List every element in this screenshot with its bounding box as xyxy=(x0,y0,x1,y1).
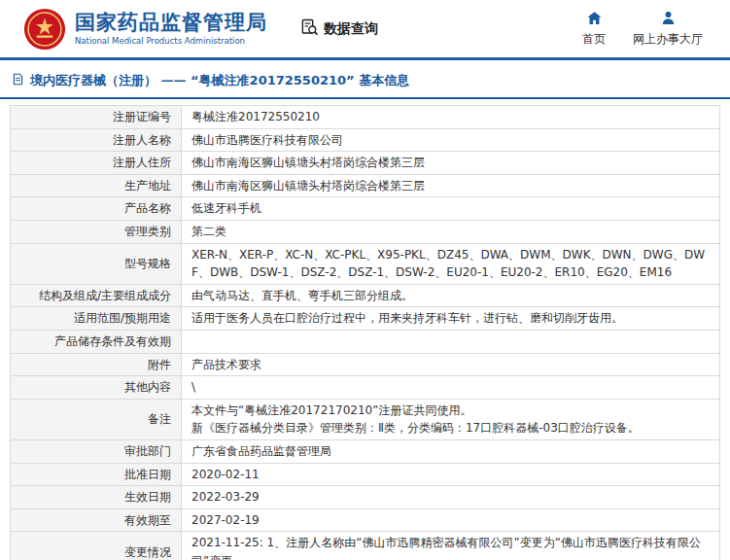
table-row: 注册人住所佛山市南海区狮山镇塘头村塔岗综合楼第三层 xyxy=(11,152,720,175)
home-link[interactable]: 首页 xyxy=(582,10,606,48)
table-row: 生效日期2022-03-29 xyxy=(11,486,720,509)
row-value: 佛山市迅腾医疗科技有限公司 xyxy=(182,128,720,152)
row-value: 本文件与“粤械注准20172170210”注册证共同使用。 新《医疗器械分类目录… xyxy=(182,399,720,439)
row-value: 由气动马达、直手机、弯手机三部分组成。 xyxy=(182,284,720,307)
home-icon xyxy=(586,10,603,29)
row-label: 生效日期 xyxy=(11,486,182,509)
home-label: 首页 xyxy=(582,31,606,48)
row-label: 产品储存条件及有效期 xyxy=(11,330,182,353)
row-value: 2020-02-11 xyxy=(182,463,720,486)
row-value: 粤械注准20172550210 xyxy=(182,106,720,129)
row-value: 2027-02-19 xyxy=(182,508,720,532)
row-label: 注册人住所 xyxy=(11,152,182,175)
nav-data-query[interactable]: 数据查询 xyxy=(300,18,378,40)
national-emblem-logo xyxy=(23,8,66,51)
nav-data-query-label: 数据查询 xyxy=(324,20,378,38)
row-label: 有效期至 xyxy=(11,508,182,532)
row-label: 变更情况 xyxy=(11,532,182,560)
row-label: 型号规格 xyxy=(11,243,182,284)
row-label: 注册证编号 xyxy=(11,106,182,129)
row-value: 佛山市南海区狮山镇塘头村塔岗综合楼第三层 xyxy=(182,152,720,175)
row-value: 2021-11-25: 1、注册人名称由“佛山市迅腾精密器械有限公司”变更为“佛… xyxy=(182,532,720,560)
table-row: 审批部门广东省食品药品监督管理局 xyxy=(11,439,720,463)
online-hall-label: 网上办事大厅 xyxy=(633,31,703,48)
row-value: \ xyxy=(182,376,720,400)
row-value: XER-N、XER-P、XC-N、XC-PKL、X95-PKL、DZ45、DWA… xyxy=(182,243,720,284)
table-row: 型号规格XER-N、XER-P、XC-N、XC-PKL、X95-PKL、DZ45… xyxy=(11,243,720,284)
table-row: 批准日期2020-02-11 xyxy=(11,463,720,486)
row-value xyxy=(182,330,720,353)
row-value: 适用于医务人员在口腔治疗过程中，用来夹持牙科车针，进行钻、磨和切削牙齿用。 xyxy=(182,307,720,331)
online-hall-link[interactable]: 网上办事大厅 xyxy=(633,10,703,48)
row-label: 备注 xyxy=(11,399,182,439)
table-row: 适用范围/预期用途适用于医务人员在口腔治疗过程中，用来夹持牙科车针，进行钻、磨和… xyxy=(11,307,720,331)
row-label: 批准日期 xyxy=(11,463,182,486)
document-search-icon xyxy=(300,18,319,40)
table-row: 其他内容\ xyxy=(11,376,720,400)
device-info-table: 注册证编号粤械注准20172550210注册人名称佛山市迅腾医疗科技有限公司注册… xyxy=(10,105,720,560)
row-value: 低速牙科手机 xyxy=(182,197,720,221)
row-label: 结构及组成/主要组成成分 xyxy=(11,284,182,307)
brand[interactable]: 国家药品监督管理局 National Medical Products Admi… xyxy=(23,8,267,51)
row-label: 产品名称 xyxy=(11,197,182,221)
info-table-body: 注册证编号粤械注准20172550210注册人名称佛山市迅腾医疗科技有限公司注册… xyxy=(11,106,720,560)
table-row: 产品名称低速牙科手机 xyxy=(11,197,720,221)
row-value: 2022-03-29 xyxy=(182,486,720,509)
row-label: 审批部门 xyxy=(11,439,182,463)
site-header: 国家药品监督管理局 National Medical Products Admi… xyxy=(0,0,730,60)
row-label: 生产地址 xyxy=(11,174,182,197)
row-label: 其他内容 xyxy=(11,376,182,400)
row-value: 产品技术要求 xyxy=(182,353,720,376)
page-title: 境内医疗器械（注册） —— “粤械注准20172550210” 基本信息 xyxy=(30,72,409,89)
table-row: 生产地址佛山市南海区狮山镇塘头村塔岗综合楼第三层 xyxy=(11,174,720,197)
row-value: 广东省食品药品监督管理局 xyxy=(182,439,720,463)
row-label: 适用范围/预期用途 xyxy=(11,307,182,331)
person-icon xyxy=(660,10,677,29)
table-row: 产品储存条件及有效期 xyxy=(11,330,720,353)
agency-name-en: National Medical Products Administration xyxy=(75,36,267,46)
table-row: 注册人名称佛山市迅腾医疗科技有限公司 xyxy=(11,128,720,152)
row-label: 附件 xyxy=(11,353,182,376)
table-row: 有效期至2027-02-19 xyxy=(11,508,720,532)
row-value: 第二类 xyxy=(182,220,720,243)
row-label: 管理类别 xyxy=(11,220,182,243)
page-document-icon xyxy=(12,71,24,89)
table-row: 结构及组成/主要组成成分由气动马达、直手机、弯手机三部分组成。 xyxy=(11,284,720,307)
table-row: 附件产品技术要求 xyxy=(11,353,720,376)
breadcrumb: 境内医疗器械（注册） —— “粤械注准20172550210” 基本信息 xyxy=(0,60,730,99)
header-quick-links: 首页 网上办事大厅 xyxy=(582,10,709,48)
table-row: 备注本文件与“粤械注准20172170210”注册证共同使用。 新《医疗器械分类… xyxy=(11,399,720,439)
table-row: 注册证编号粤械注准20172550210 xyxy=(11,106,720,129)
table-row: 管理类别第二类 xyxy=(11,220,720,243)
row-value: 佛山市南海区狮山镇塘头村塔岗综合楼第三层 xyxy=(182,174,720,197)
row-label: 注册人名称 xyxy=(11,128,182,152)
table-row: 变更情况2021-11-25: 1、注册人名称由“佛山市迅腾精密器械有限公司”变… xyxy=(11,532,720,560)
brand-text: 国家药品监督管理局 National Medical Products Admi… xyxy=(75,12,267,46)
agency-name-cn: 国家药品监督管理局 xyxy=(75,12,267,34)
